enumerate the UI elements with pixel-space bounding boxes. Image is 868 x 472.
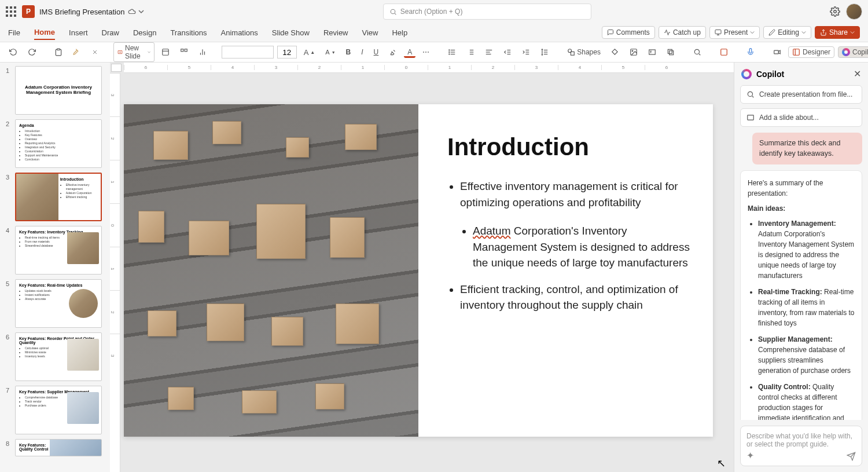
- line-spacing-button[interactable]: [537, 46, 552, 58]
- bullets-button[interactable]: [444, 46, 459, 58]
- comments-button[interactable]: Comments: [602, 26, 655, 39]
- slide-thumbnail-panel[interactable]: 1 Adatum Corporation Inventory Managemen…: [0, 63, 110, 472]
- shapes-button[interactable]: Shapes: [564, 46, 604, 58]
- copilot-input[interactable]: Describe what you'd like help with, or s…: [740, 426, 862, 466]
- fill-button[interactable]: [608, 46, 623, 58]
- close-copilot-button[interactable]: ✕: [854, 68, 861, 79]
- brush-icon: [73, 48, 81, 56]
- copilot-user-message: Summarize this deck and identify key tak…: [752, 133, 862, 164]
- underline-button[interactable]: U: [370, 46, 382, 58]
- title-dropdown-icon[interactable]: [138, 9, 144, 14]
- menu-insert[interactable]: Insert: [69, 26, 88, 39]
- find-button[interactable]: [690, 46, 705, 58]
- present-button[interactable]: Present: [709, 26, 760, 39]
- editing-button[interactable]: Editing: [763, 26, 811, 39]
- slide-thumbnail[interactable]: IntroductionEffective inventory manageme…: [15, 173, 102, 221]
- svg-point-2: [834, 10, 837, 13]
- menu-transitions[interactable]: Transitions: [170, 26, 207, 39]
- highlight-button[interactable]: [385, 46, 400, 58]
- numbering-button[interactable]: [463, 46, 478, 58]
- document-title[interactable]: IMS Briefing Presentation: [39, 8, 124, 16]
- bold-button[interactable]: B: [343, 46, 355, 58]
- increase-indent-button[interactable]: [518, 46, 534, 58]
- decrease-font-button[interactable]: A▼: [322, 47, 339, 57]
- menu-home[interactable]: Home: [34, 25, 55, 40]
- catchup-icon: [664, 29, 671, 36]
- menu-draw[interactable]: Draw: [102, 26, 119, 39]
- send-button[interactable]: [847, 452, 856, 461]
- user-avatar[interactable]: [846, 3, 862, 20]
- slide-text-content[interactable]: Introduction Effective inventory managem…: [418, 104, 713, 437]
- copilot-header: Copilot ✕: [734, 63, 868, 85]
- slide-editor[interactable]: Introduction Effective inventory managem…: [124, 104, 713, 437]
- svg-rect-7: [57, 49, 60, 50]
- search-input[interactable]: Search (Option + Q): [383, 3, 591, 20]
- italic-button[interactable]: I: [358, 46, 366, 58]
- sparkle-icon[interactable]: ✦: [746, 450, 754, 461]
- redo-button[interactable]: [24, 46, 39, 58]
- font-color-button[interactable]: A: [404, 46, 415, 58]
- cameo-button[interactable]: [770, 46, 785, 58]
- slide-thumbnail[interactable]: Adatum Corporation Inventory Management …: [15, 66, 102, 115]
- ribbon: New Slide A▲ A▼ B I U A ⋯ Shapes Designe…: [0, 42, 868, 63]
- slide-sub-bullet[interactable]: Adatum Corporation's Inventory Managemen…: [473, 223, 690, 271]
- paste-button[interactable]: [51, 46, 66, 58]
- textbox-button[interactable]: [645, 46, 660, 58]
- thumb-number: 4: [6, 226, 12, 275]
- slide-canvas-area[interactable]: 6543210123456 3210123: [110, 63, 734, 472]
- addin-icon: [720, 48, 728, 56]
- copilot-icon: [842, 48, 850, 56]
- menu-file[interactable]: File: [8, 26, 20, 39]
- menu-slideshow[interactable]: Slide Show: [272, 26, 310, 39]
- arrange-button[interactable]: [663, 46, 678, 58]
- layout-button[interactable]: [158, 46, 173, 58]
- app-launcher-icon[interactable]: [6, 6, 16, 17]
- format-painter-button[interactable]: [69, 46, 84, 58]
- addins-button[interactable]: [716, 46, 731, 58]
- slide-image[interactable]: [124, 104, 418, 437]
- slide-title[interactable]: Introduction: [447, 133, 690, 161]
- chart-button[interactable]: [195, 46, 210, 58]
- new-slide-button[interactable]: New Slide: [113, 42, 155, 62]
- dictate-button[interactable]: [743, 46, 758, 58]
- delete-button[interactable]: [88, 47, 102, 57]
- font-size-input[interactable]: [277, 46, 297, 58]
- section-button[interactable]: [176, 46, 192, 58]
- slide-thumbnail[interactable]: AgendaIntroductionKey FeaturesOverviewRe…: [15, 119, 102, 168]
- undo-button[interactable]: [6, 46, 21, 58]
- slide-thumbnail[interactable]: Key Features: Quality Control: [15, 439, 102, 456]
- copilot-suggestion[interactable]: Add a slide about...: [740, 108, 862, 127]
- slide-thumbnail[interactable]: Key Features: Inventory TrackingReal-tim…: [15, 226, 102, 275]
- svg-point-51: [694, 49, 699, 54]
- menu-review[interactable]: Review: [323, 26, 348, 39]
- svg-rect-50: [670, 51, 674, 55]
- align-button[interactable]: [481, 46, 496, 58]
- clipboard-icon: [54, 48, 62, 56]
- slide-thumbnail[interactable]: Key Features: Reorder Point and Order Qu…: [15, 332, 102, 381]
- outline-toggle[interactable]: [111, 64, 122, 72]
- settings-icon[interactable]: [830, 6, 840, 17]
- arrange-icon: [667, 48, 675, 56]
- copilot-body[interactable]: Create presentation from file... Add a s…: [734, 85, 868, 420]
- increase-font-button[interactable]: A▲: [300, 46, 319, 58]
- menu-design[interactable]: Design: [133, 26, 156, 39]
- grid-icon: [180, 48, 188, 56]
- more-font-button[interactable]: ⋯: [419, 46, 433, 58]
- catchup-button[interactable]: Catch up: [659, 26, 706, 39]
- slide-bullet[interactable]: Effective inventory management is critic…: [460, 178, 690, 210]
- slide-thumbnail[interactable]: Key Features: Supplier ManagementCompreh…: [15, 386, 102, 434]
- slide-bullet[interactable]: Efficient tracking, control, and optimiz…: [460, 281, 690, 313]
- menu-bar: File Home Insert Draw Design Transitions…: [0, 23, 868, 42]
- designer-button[interactable]: Designer: [788, 46, 834, 58]
- svg-rect-54: [774, 50, 779, 54]
- copilot-suggestion[interactable]: Create presentation from file...: [740, 85, 862, 104]
- share-button[interactable]: Share: [815, 26, 860, 39]
- copilot-ribbon-button[interactable]: Copilot: [838, 46, 868, 58]
- font-family-select[interactable]: [222, 46, 274, 58]
- menu-view[interactable]: View: [362, 26, 378, 39]
- decrease-indent-button[interactable]: [500, 46, 515, 58]
- menu-help[interactable]: Help: [392, 26, 407, 39]
- menu-animations[interactable]: Animations: [221, 26, 258, 39]
- slide-thumbnail[interactable]: Key Features: Real-time UpdatesUpdates s…: [15, 279, 102, 328]
- picture-button[interactable]: [626, 46, 641, 58]
